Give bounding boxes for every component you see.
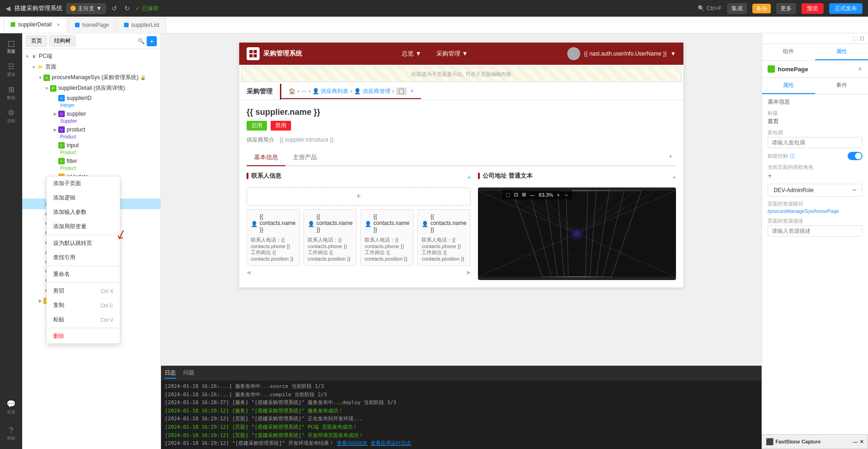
- bc-supplier-mgmt[interactable]: 👤 供应商管理: [354, 87, 390, 95]
- bc-supplier-list[interactable]: 👤 供应商列表: [312, 87, 348, 95]
- integrate-button[interactable]: 集成: [727, 3, 747, 14]
- rp-subtab-props[interactable]: 属性: [762, 78, 815, 94]
- tree-node-input[interactable]: ▶ V input: [22, 141, 161, 150]
- zoom-arrow[interactable]: →: [564, 192, 569, 198]
- rp-tab-properties[interactable]: 属性: [815, 44, 868, 60]
- arrow-pc[interactable]: ▼: [24, 53, 31, 60]
- search-button[interactable]: 🔍 Ctrl+F: [698, 5, 722, 12]
- arrow-supplier[interactable]: ▶: [52, 111, 58, 117]
- rp-subtab-events[interactable]: 事件: [815, 78, 868, 94]
- tree-node-pc[interactable]: ▼ 🖥 PC端: [22, 51, 161, 62]
- lnav-help[interactable]: ? 帮助: [2, 423, 20, 445]
- struct-view-button[interactable]: 结构树: [49, 35, 76, 47]
- contact-phone-3: 联系人电话：{{ contacts.phone }}: [365, 237, 409, 249]
- nav-overview[interactable]: 总览 ▼: [398, 48, 425, 60]
- page-view-button[interactable]: 页页: [26, 35, 47, 47]
- bc-add[interactable]: +: [410, 88, 414, 94]
- log-tab-issues[interactable]: 问题: [183, 368, 194, 379]
- rp-path-row: 页面的资源路径 /procureManageSys/homePage: [762, 199, 868, 216]
- tree-search-button[interactable]: 🔍: [138, 38, 145, 44]
- bottom-log: 日志 问题 [2024-01-18 16:26:...] 服务发布中...sou…: [161, 366, 762, 449]
- help-label: 帮助: [7, 436, 15, 442]
- lnav-flow[interactable]: ⚙ 流程: [2, 105, 20, 128]
- contacts-next[interactable]: ▶: [467, 269, 471, 275]
- rp-authority-toggle[interactable]: [848, 152, 862, 160]
- backup-button[interactable]: 备份: [752, 4, 771, 13]
- rp-close-icon[interactable]: ✕: [858, 66, 862, 72]
- tab-main-product[interactable]: 主营产品: [285, 150, 324, 165]
- ctx-add-logic[interactable]: 添加逻辑: [47, 191, 120, 205]
- zoom-plus[interactable]: +: [557, 192, 560, 198]
- back-button[interactable]: ◀: [6, 5, 11, 12]
- zoom-minus[interactable]: —: [530, 192, 535, 198]
- log-link-2[interactable]: 查看应用运行日志: [371, 440, 411, 446]
- content-tabs: 基本信息 主营产品 +: [247, 150, 676, 166]
- zoom-copy-icon[interactable]: ⬚: [506, 192, 510, 198]
- ctx-add-input[interactable]: 添加输入参数: [47, 205, 120, 219]
- tree-node-product[interactable]: ▶ V product: [22, 125, 161, 134]
- tab-close-supplierDetail[interactable]: ✕: [56, 22, 60, 27]
- more-button[interactable]: 更多: [776, 3, 796, 14]
- arrow-supplierDetail[interactable]: ▼: [43, 85, 50, 92]
- lnav-pages[interactable]: ⬚ 页面: [2, 35, 20, 58]
- tree-node-supplierDetail[interactable]: ▼ P supplierDetail (供应商详情): [22, 83, 161, 94]
- contacts-add-area[interactable]: +: [247, 187, 471, 206]
- ctx-delete[interactable]: 删除: [47, 329, 120, 343]
- content-area: {{ supplier.name }} 启用 禁用 供应商简介 {{ suppl…: [239, 100, 683, 287]
- tree-node-pages[interactable]: ▼ 📁 页面: [22, 62, 161, 72]
- tab-add-button[interactable]: +: [665, 150, 676, 165]
- rp-role-remove-btn[interactable]: −: [852, 186, 856, 194]
- capture-minimize[interactable]: —: [853, 439, 858, 445]
- rp-tab-components[interactable]: 组件: [762, 44, 815, 60]
- rp-expand-icon[interactable]: ⊡: [860, 35, 864, 42]
- contacts-prev[interactable]: ◀: [247, 269, 250, 275]
- lnav-feedback[interactable]: 💬 反馈: [2, 396, 20, 419]
- ctx-add-local-var[interactable]: 添加局部变量: [47, 219, 120, 234]
- contact-card-2: 👤 {{ contacts.name }} 联系人电话：{{ contacts.…: [304, 209, 357, 266]
- contacts-add-btn[interactable]: +: [467, 175, 471, 181]
- tree-node-filter[interactable]: ▶ V filter: [22, 156, 161, 166]
- lnav-data[interactable]: ⊞ 数据: [2, 81, 20, 105]
- rp-desc-input[interactable]: [768, 225, 862, 237]
- arrow-app[interactable]: ▼: [37, 75, 43, 81]
- lnav-logic[interactable]: ☷ 逻辑: [2, 58, 20, 81]
- tree-node-app[interactable]: ▼ A procureManageSys (采购管理系统) 🔒: [22, 72, 161, 83]
- tab-basic-info[interactable]: 基本信息: [247, 150, 285, 166]
- rp-tabs: 组件 属性: [762, 44, 868, 61]
- ctx-cut[interactable]: 剪切Ctrl X: [47, 284, 120, 298]
- arrow-global-vars[interactable]: ▶: [37, 298, 43, 304]
- tab-supplierDetail[interactable]: supplierDetail ✕: [4, 18, 67, 32]
- add-page-button[interactable]: +: [147, 36, 157, 46]
- redo-button[interactable]: ↻: [123, 4, 132, 13]
- ctx-find-ref[interactable]: 查找引用: [47, 250, 120, 265]
- zoom-11-icon[interactable]: ⊞: [522, 192, 526, 198]
- tree-node-supplierID[interactable]: ▶ V supplierID: [22, 94, 161, 103]
- contact-name-1: {{ contacts.name }}: [260, 213, 296, 233]
- ctx-paste[interactable]: 粘贴Ctrl V: [47, 312, 120, 327]
- rp-role-add-btn[interactable]: +: [768, 172, 862, 180]
- branch-selector[interactable]: 主分支 ▼: [66, 3, 106, 14]
- ctx-set-default[interactable]: 设为默认跳转页: [47, 236, 120, 250]
- log-line-7: [2024-01-18 16:29:12] [页面] "[搭建采购管理系统]" …: [165, 431, 758, 440]
- arrow-pages[interactable]: ▼: [31, 64, 37, 70]
- bc-home[interactable]: 🏠: [289, 88, 296, 94]
- rp-collapse-icon[interactable]: ⬚: [853, 35, 858, 42]
- rp-wrap-input[interactable]: [768, 137, 862, 148]
- data-icon: ⊞: [8, 85, 14, 94]
- nav-purchase[interactable]: 采购管理 ▼: [433, 48, 471, 60]
- arrow-product[interactable]: ▶: [52, 126, 58, 133]
- zoom-fit-icon[interactable]: ⊡: [514, 192, 518, 198]
- tree-node-supplier[interactable]: ▶ V supplier: [22, 109, 161, 118]
- ctx-rename[interactable]: 重命名: [47, 267, 120, 281]
- log-link-1[interactable]: 查看访问信息: [337, 440, 367, 446]
- log-tab-logs[interactable]: 日志: [165, 368, 176, 379]
- undo-button[interactable]: ↺: [110, 4, 119, 13]
- address-add-btn[interactable]: +: [673, 175, 676, 181]
- ctx-copy[interactable]: 复制Ctrl C: [47, 298, 120, 312]
- tab-homePage[interactable]: homePage: [68, 18, 116, 32]
- preview-button[interactable]: 预览: [801, 3, 824, 14]
- ctx-add-subpage[interactable]: 添加子页面: [47, 176, 120, 191]
- tab-supplierList[interactable]: supplierList: [117, 18, 167, 32]
- publish-button[interactable]: 正式发布: [829, 3, 862, 14]
- capture-close[interactable]: ✕: [860, 439, 864, 445]
